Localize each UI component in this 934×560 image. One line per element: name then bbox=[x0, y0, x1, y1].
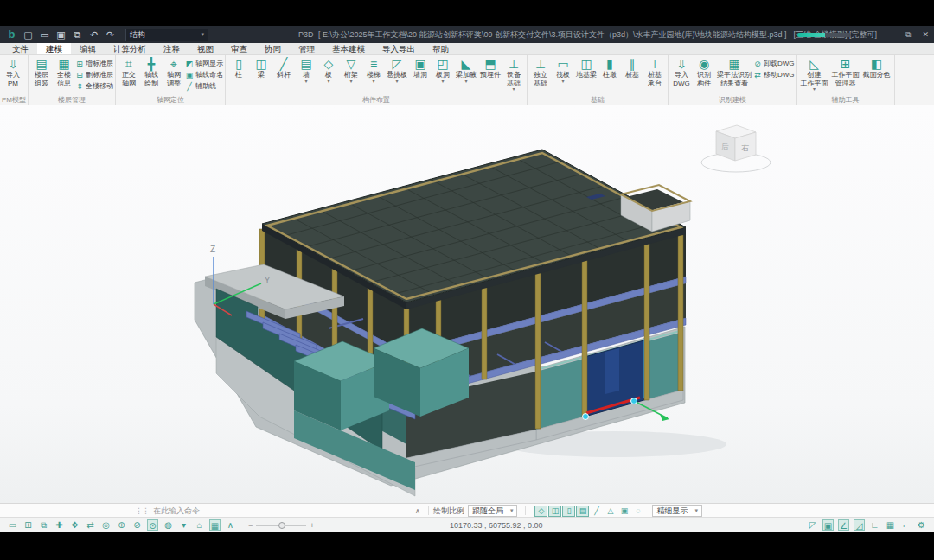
zoom-out-icon[interactable]: − bbox=[248, 521, 253, 530]
import-pm[interactable]: ⇩导入 PM bbox=[2, 56, 24, 88]
truss[interactable]: ▽桁架▾ bbox=[340, 56, 362, 85]
draw-scale-select[interactable]: 跟随全局 ▾ bbox=[468, 505, 518, 517]
independent-foundation[interactable]: ⊥独立 基础 bbox=[529, 56, 552, 88]
workset-combo[interactable]: 结构 ▾ bbox=[125, 29, 208, 41]
grip-handle[interactable] bbox=[583, 414, 589, 420]
wall[interactable]: ▤墙▾ bbox=[295, 56, 317, 85]
snap-cursor-icon[interactable]: ◸ bbox=[807, 519, 818, 531]
zoom-in-icon[interactable]: + bbox=[310, 521, 314, 530]
building-info[interactable]: ▦全楼 信息 bbox=[53, 56, 75, 88]
orbit-icon[interactable]: ⊕ bbox=[116, 519, 127, 531]
show-slab-toggle[interactable]: ◇ bbox=[534, 506, 547, 517]
tab-collaboration[interactable]: 协同 bbox=[256, 43, 290, 54]
import-dwg[interactable]: ⇩导入 DWG bbox=[670, 56, 693, 88]
tab-management[interactable]: 管理 bbox=[290, 43, 323, 54]
swap-view-icon[interactable]: ⇄ bbox=[85, 519, 96, 531]
tab-modeling[interactable]: 建模 bbox=[37, 43, 71, 54]
command-history-collapse-icon[interactable]: ∧ bbox=[412, 507, 424, 515]
section-color-coding[interactable]: ◧截面分色 bbox=[861, 56, 892, 80]
brace[interactable]: ╱斜杆 bbox=[272, 56, 295, 80]
wall-opening[interactable]: ▣墙洞 bbox=[409, 56, 432, 80]
work-plane-manager[interactable]: ⊞工作平面 管理器 bbox=[830, 56, 861, 88]
move-icon[interactable]: ✚ bbox=[54, 519, 65, 531]
recognize-members[interactable]: ◉识别 构件 bbox=[693, 56, 715, 88]
pile-cap[interactable]: ⊤桩基 承台 bbox=[643, 56, 666, 88]
unload-dwg[interactable]: ⊘卸载DWG bbox=[753, 58, 795, 69]
equipment-foundation[interactable]: ⊥设备 基础▾ bbox=[502, 56, 525, 92]
close-button[interactable]: ✕ bbox=[922, 26, 929, 43]
minimize-button[interactable]: ─ bbox=[889, 26, 894, 43]
move-whole-building[interactable]: ⇕全楼移动 bbox=[75, 80, 113, 92]
angle-snap-icon[interactable]: ∠ bbox=[838, 519, 849, 531]
zoom-slider[interactable]: − + bbox=[248, 521, 315, 530]
auxiliary-line[interactable]: ╱辅助线 bbox=[185, 80, 223, 92]
save-as-icon[interactable]: ⧉ bbox=[72, 26, 83, 43]
detail-display-select[interactable]: 精细显示 ▾ bbox=[652, 505, 702, 517]
app-logo[interactable]: b bbox=[6, 26, 17, 43]
grid-snap-icon[interactable]: ▦ bbox=[885, 519, 896, 531]
column[interactable]: ▯柱 bbox=[227, 56, 250, 80]
perspective-icon[interactable]: ⌂ bbox=[194, 519, 205, 531]
ortho-snap-icon[interactable]: ▣ bbox=[822, 519, 834, 531]
tab-review[interactable]: 审查 bbox=[222, 43, 256, 54]
tab-annotation[interactable]: 注释 bbox=[155, 43, 189, 54]
cantilever-slab[interactable]: ◸悬挑板▾ bbox=[385, 56, 409, 85]
windows-icon[interactable]: ⧉ bbox=[38, 519, 49, 531]
grid-view-icon[interactable]: ⊞ bbox=[22, 519, 34, 531]
table-view-icon[interactable]: ▦ bbox=[209, 519, 221, 531]
floor-assembly[interactable]: ▤楼层 组装 bbox=[30, 56, 53, 88]
grip-handle[interactable] bbox=[631, 398, 637, 404]
model-viewport[interactable]: Z Y 后 右 bbox=[0, 105, 934, 504]
redo-icon[interactable]: ↷ bbox=[105, 26, 116, 43]
zoom-slider-thumb[interactable] bbox=[278, 522, 285, 529]
ruler-icon[interactable]: ⌐ bbox=[900, 519, 912, 531]
orthogonal-grid[interactable]: ⌗正交 轴网 bbox=[118, 56, 140, 88]
show-brace-toggle[interactable]: ╱ bbox=[590, 506, 603, 517]
foundation-beam[interactable]: ◫地基梁 bbox=[574, 56, 598, 80]
pile[interactable]: ∥桩基 bbox=[621, 56, 643, 80]
grid-display[interactable]: ◩轴网显示 bbox=[185, 58, 223, 69]
save-icon[interactable]: ▣ bbox=[55, 26, 67, 43]
beam-haunch[interactable]: ◣梁加腋▾ bbox=[454, 56, 478, 85]
orbit-constrained-icon[interactable]: ⊙ bbox=[147, 519, 158, 531]
axis-drawing[interactable]: ╋轴线 绘制 bbox=[140, 56, 163, 88]
show-opening-toggle[interactable]: △ bbox=[604, 506, 617, 517]
tab-help[interactable]: 帮助 bbox=[424, 43, 457, 54]
settings-gear-icon[interactable]: ⚙ bbox=[916, 519, 927, 531]
show-column-toggle[interactable]: ▯ bbox=[562, 506, 575, 517]
add-standard-floor[interactable]: ⊞增标准层 bbox=[75, 58, 113, 69]
tab-import-export[interactable]: 导入导出 bbox=[374, 43, 424, 54]
show-beam-toggle[interactable]: ◫ bbox=[548, 506, 561, 517]
pan-icon[interactable]: ✥ bbox=[69, 519, 80, 531]
tab-edit[interactable]: 编辑 bbox=[71, 43, 105, 54]
create-work-plane[interactable]: ◺创建 工作平面▾ bbox=[799, 56, 830, 92]
embedded-part[interactable]: ⬒预埋件 bbox=[478, 56, 502, 80]
tab-basic-modeling[interactable]: 基本建模 bbox=[323, 43, 374, 54]
slab-opening[interactable]: ◰板洞▾ bbox=[432, 56, 454, 85]
zoom-slider-track[interactable] bbox=[256, 525, 306, 526]
tab-analysis[interactable]: 计算分析 bbox=[105, 43, 155, 54]
view-dropdown-icon[interactable]: ▾ bbox=[178, 519, 189, 531]
view-cube[interactable]: 后 右 bbox=[701, 125, 771, 172]
collapse-panel-icon[interactable]: ∧ bbox=[225, 519, 236, 531]
grid-adjust[interactable]: ⌖轴网 调整 bbox=[163, 56, 185, 88]
tab-view[interactable]: 视图 bbox=[189, 43, 222, 54]
slab[interactable]: ◇板▾ bbox=[317, 56, 340, 85]
show-foundation-toggle[interactable]: ◌ bbox=[631, 506, 644, 517]
zoom-icon[interactable]: ◎ bbox=[100, 519, 112, 531]
new-file-icon[interactable]: ▢ bbox=[22, 26, 34, 43]
orbit-free-icon[interactable]: ⊘ bbox=[131, 519, 143, 531]
restore-button[interactable]: ⧉ bbox=[905, 26, 911, 43]
show-wall-toggle[interactable]: ▤ bbox=[576, 506, 589, 517]
beam-annotation-result-view[interactable]: ▦梁平法识别 结果查看 bbox=[715, 56, 753, 88]
tab-file[interactable]: 文件 bbox=[3, 43, 37, 54]
command-input[interactable] bbox=[149, 506, 412, 515]
raft-slab[interactable]: ▭筏板▾ bbox=[552, 56, 574, 85]
shaded-view-icon[interactable]: ◍ bbox=[163, 519, 174, 531]
beam[interactable]: ◫梁 bbox=[250, 56, 272, 80]
axis-naming[interactable]: ▣轴线命名 bbox=[185, 69, 223, 80]
show-stair-toggle[interactable]: ▣ bbox=[617, 506, 630, 517]
delete-standard-floor[interactable]: ⊟删标准层 bbox=[75, 69, 113, 80]
polar-snap-icon[interactable]: ◿ bbox=[854, 519, 865, 531]
column-pier[interactable]: ▮柱墩 bbox=[598, 56, 621, 80]
